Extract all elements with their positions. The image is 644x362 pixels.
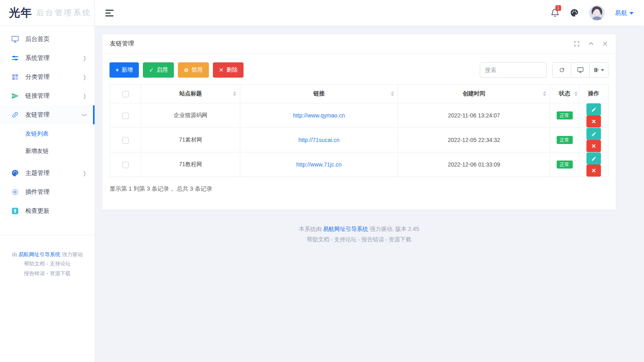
sort-icon[interactable] (391, 91, 394, 96)
table-tools-group (552, 62, 609, 78)
footer-resource-download-link[interactable]: 资源下载 (389, 236, 411, 243)
footer-report-error-link[interactable]: 报告错误 (361, 236, 384, 243)
dot-separator: • (331, 237, 332, 242)
row-delete-button[interactable]: ✕ (586, 165, 601, 177)
column-header-actions: 操作 (579, 84, 609, 103)
fullscreen-icon[interactable] (574, 41, 580, 47)
site-url-link[interactable]: http://www.qymao.cn (293, 112, 345, 119)
dot-separator: • (386, 237, 387, 242)
status-badge: 正常 (557, 136, 573, 144)
add-button[interactable]: + 新增 (109, 62, 139, 78)
disable-button[interactable]: ⊘ 禁用 (178, 62, 209, 78)
site-url-link[interactable]: http://www.71jc.cn (296, 161, 342, 168)
submenu-item-friendlink-list[interactable]: 友链列表 (0, 125, 95, 142)
sidebar-item-label: 系统管理 (25, 54, 83, 62)
status-badge: 正常 (557, 160, 573, 169)
table-toolbar: + 新增 ✓ 启用 ⊘ 禁用 ✕ 删除 (109, 62, 609, 78)
resource-download-link[interactable]: 资源下载 (50, 270, 70, 276)
main-area: 1 易航 友链管理 (95, 0, 644, 362)
column-header-url[interactable]: 链接 (240, 84, 398, 103)
submenu-item-add-friendlink[interactable]: 新增友链 (0, 142, 95, 160)
refresh-icon[interactable] (553, 63, 571, 77)
sort-icon[interactable] (233, 91, 236, 96)
logo-mark: 光年 (9, 5, 32, 21)
hamburger-menu-icon[interactable] (105, 10, 114, 16)
support-forum-link[interactable]: 支持论坛 (50, 261, 70, 267)
footer-powered-prefix: 本系统由 (299, 226, 322, 232)
app-logo[interactable]: 光年 后台管理系统 (0, 0, 95, 26)
sidebar-item-label: 主题管理 (25, 169, 83, 177)
dot-separator: • (47, 261, 48, 266)
user-avatar[interactable] (589, 5, 605, 21)
sidebar-menu: 后台首页 系统管理 ❯ 分类管理 ❯ 链接管理 ❯ (0, 26, 95, 220)
link-icon (11, 111, 19, 119)
sort-icon[interactable] (574, 91, 578, 96)
row-checkbox[interactable] (122, 162, 129, 168)
sort-icon[interactable] (543, 91, 546, 96)
page-footer: 本系统由 易航网址引导系统 强力驱动, 版本 2.45 帮助文档•支持论坛•报告… (102, 210, 616, 245)
topbar: 1 易航 (95, 0, 644, 26)
help-docs-link[interactable]: 帮助文档 (24, 261, 45, 267)
row-delete-button[interactable]: ✕ (586, 140, 601, 152)
caret-down-icon (630, 12, 634, 14)
chevron-right-icon: ❯ (83, 74, 86, 80)
update-arrow-icon (11, 207, 19, 215)
column-header-created[interactable]: 创建时间 (398, 84, 550, 103)
sidebar-item-category[interactable]: 分类管理 ❯ (0, 68, 95, 86)
select-all-checkbox[interactable] (122, 91, 129, 97)
edit-button[interactable] (586, 128, 601, 140)
columns-toggle-icon[interactable] (590, 63, 608, 77)
table-row: 71素材网 http://71sucai.cn 2022-12-05 22:34… (110, 128, 609, 152)
row-delete-button[interactable]: ✕ (586, 115, 601, 128)
friendlinks-submenu: 友链列表 新增友链 (0, 124, 95, 164)
created-time-cell: 2022-12-06 01:33:09 (398, 152, 550, 177)
sidebar-item-friendlinks[interactable]: 友链管理 ❯ (0, 105, 95, 124)
table-header-row: 站点标题 链接 创建时间 (110, 84, 609, 103)
footer-support-forum-link[interactable]: 支持论坛 (334, 236, 357, 243)
delete-button[interactable]: ✕ 删除 (213, 62, 244, 78)
add-button-label: 新增 (122, 66, 133, 74)
disable-button-label: 禁用 (192, 66, 203, 74)
edit-button[interactable] (586, 152, 601, 165)
theme-palette-icon[interactable] (570, 8, 579, 17)
chevron-right-icon: ❯ (83, 93, 86, 99)
sliders-icon (11, 54, 19, 62)
sidebar-item-system[interactable]: 系统管理 ❯ (0, 49, 95, 68)
column-header-title[interactable]: 站点标题 (141, 84, 240, 103)
sidebar-footer: 由 易航网址引导系统 强力驱动 帮助文档•支持论坛 报告错误•资源下载 (0, 235, 95, 278)
site-url-link[interactable]: http://71sucai.cn (299, 137, 340, 143)
report-error-link[interactable]: 报告错误 (24, 270, 45, 276)
fullscreen-table-icon[interactable] (571, 63, 590, 77)
user-menu[interactable]: 易航 (615, 9, 634, 17)
sidebar-item-links[interactable]: 链接管理 ❯ (0, 86, 95, 105)
edit-button[interactable] (586, 103, 601, 115)
column-header-status[interactable]: 状态 (550, 84, 579, 103)
x-icon: ✕ (219, 67, 224, 73)
footer-powered-link[interactable]: 易航网址引导系统 (323, 226, 368, 232)
friendlinks-table: 站点标题 链接 创建时间 (109, 84, 609, 177)
enable-button[interactable]: ✓ 启用 (143, 62, 174, 78)
site-title-cell: 71素材网 (141, 128, 240, 152)
collapse-icon[interactable] (588, 41, 594, 47)
sidebar-item-update[interactable]: 检查更新 (0, 202, 95, 220)
search-input[interactable] (480, 62, 547, 78)
close-icon[interactable] (602, 41, 608, 47)
sidebar: 光年 后台管理系统 后台首页 系统管理 ❯ 分类管理 ❯ (0, 0, 95, 362)
sidebar-item-dashboard[interactable]: 后台首页 (0, 30, 95, 49)
sidebar-item-theme[interactable]: 主题管理 ❯ (0, 164, 95, 183)
row-checkbox[interactable] (122, 113, 129, 119)
logo-title: 后台管理系统 (36, 8, 92, 18)
sidebar-item-plugins[interactable]: 插件管理 (0, 183, 95, 202)
username: 易航 (615, 9, 627, 17)
grid-icon (11, 73, 19, 81)
panel-body: + 新增 ✓ 启用 ⊘ 禁用 ✕ 删除 (102, 53, 616, 210)
notification-bell-icon[interactable]: 1 (551, 8, 559, 18)
powered-link[interactable]: 易航网址引导系统 (19, 251, 60, 257)
dot-separator: • (47, 271, 48, 276)
created-time-cell: 2022-12-05 22:34:32 (398, 128, 550, 152)
row-checkbox[interactable] (122, 137, 129, 144)
sidebar-item-label: 链接管理 (25, 92, 83, 100)
ban-icon: ⊘ (184, 67, 189, 73)
footer-help-docs-link[interactable]: 帮助文档 (307, 236, 329, 243)
powered-prefix: 由 (12, 251, 17, 257)
